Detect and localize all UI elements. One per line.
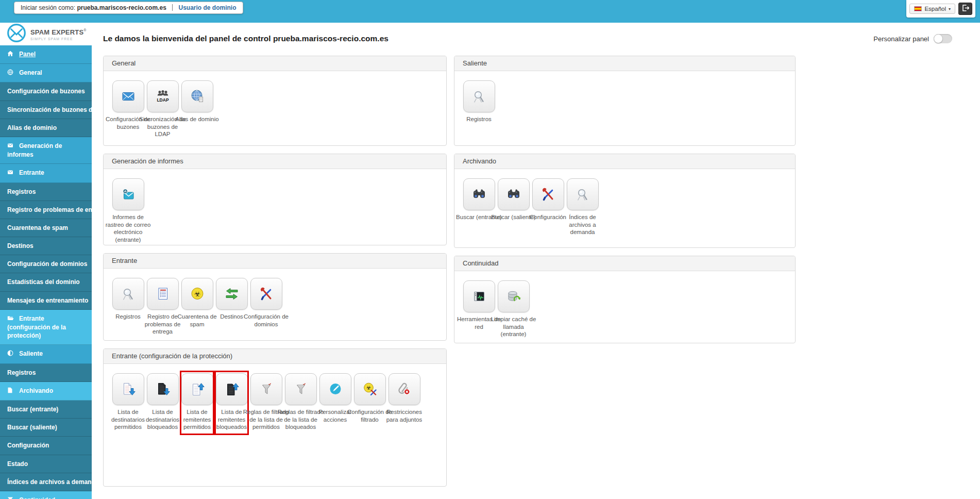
- tile-button[interactable]: ☣: [354, 373, 386, 405]
- sidebar-item-buscar-entrante[interactable]: Buscar (entrante): [0, 401, 92, 419]
- tile-sincronizacion-de-buzones-de-ldap[interactable]: LDAPSincronización de buzones de LDAP: [145, 79, 180, 141]
- tile-button[interactable]: [181, 373, 213, 405]
- sidebar-item-configuracion[interactable]: Configuración: [0, 437, 92, 455]
- panel-header: Entrante (configuración de la protección…: [104, 349, 446, 364]
- tile-reglas-de-filtrado-de-la-lista-de-bloqueados[interactable]: Reglas de filtrado de la lista de bloque…: [283, 372, 318, 434]
- tile-button[interactable]: LDAP: [147, 80, 179, 112]
- sidebar-item-continuidad[interactable]: Continuidad: [0, 491, 92, 499]
- tile-cuarentena-de-spam[interactable]: ☣Cuarentena de spam: [180, 277, 214, 331]
- sidebar-item-saliente[interactable]: Saliente: [0, 345, 92, 363]
- folder-open-icon: [7, 315, 14, 323]
- tile-label: Registros: [455, 115, 503, 123]
- sidebar-item-registro-de-problemas-de-entrega[interactable]: Registro de problemas de entrega: [0, 201, 92, 219]
- tile-label: Informes de rastreo de correo electrónic…: [105, 213, 152, 244]
- tile-button[interactable]: [388, 373, 420, 405]
- sidebar-item-general[interactable]: General: [0, 64, 92, 82]
- sidebar-item-registros[interactable]: Registros: [0, 183, 92, 201]
- customize-panel-toggle[interactable]: [934, 34, 952, 43]
- logo-tagline: SIMPLY SPAM FREE: [30, 37, 86, 41]
- sidebar-nav: PanelGeneralConfiguración de buzonesSinc…: [0, 45, 92, 499]
- panel-columns: GeneralConfiguración de buzonesLDAPSincr…: [103, 56, 952, 494]
- sidebar-item-cuarentena-de-spam[interactable]: Cuarentena de spam: [0, 219, 92, 237]
- tile-button[interactable]: [181, 80, 213, 112]
- tile-button[interactable]: [216, 373, 248, 405]
- login-as-box: Iniciar sesión como: prueba.mariscos-rec…: [14, 2, 243, 14]
- tile-button[interactable]: [147, 278, 179, 310]
- sidebar-item-sincronizacion-de-buzones-de-ldap[interactable]: Sincronización de buzones de LDAP: [0, 101, 92, 119]
- tile-button[interactable]: [567, 178, 599, 210]
- spamexperts-logo-icon: [6, 23, 27, 45]
- tile-registros[interactable]: Registros: [462, 79, 496, 126]
- tile-registro-de-problemas-de-entrega[interactable]: Registro de problemas de entrega: [145, 277, 180, 339]
- sidebar-item-label: Archivando: [19, 387, 53, 394]
- panel-header: Continuidad: [454, 256, 795, 271]
- sidebar-item-configuracion-de-buzones[interactable]: Configuración de buzones: [0, 82, 92, 101]
- doc-black-up-icon: [224, 381, 240, 397]
- tile-informes-de-rastreo-de-correo-electronico-entrante[interactable]: Informes de rastreo de correo electrónic…: [111, 177, 145, 245]
- sidebar-item-label: Continuidad: [19, 496, 55, 499]
- tile-button[interactable]: [112, 178, 144, 210]
- svg-text:☣: ☣: [194, 290, 200, 298]
- chevron-down-icon: ▾: [949, 7, 951, 11]
- sidebar-item-estado[interactable]: Estado: [0, 455, 92, 473]
- sidebar-item-buscar-saliente[interactable]: Buscar (saliente): [0, 419, 92, 437]
- network-icon: [471, 289, 487, 304]
- paperclip-x-icon: [397, 381, 412, 397]
- tile-button[interactable]: [112, 373, 144, 405]
- login-box-divider: [172, 4, 173, 11]
- tile-button[interactable]: [285, 373, 317, 405]
- magnifier-icon: [575, 187, 590, 202]
- logout-button[interactable]: [958, 3, 972, 15]
- tile-button[interactable]: [216, 278, 248, 310]
- tile-button[interactable]: [532, 178, 564, 210]
- sidebar-item-configuracion-de-dominios[interactable]: Configuración de dominios: [0, 255, 92, 273]
- domain-user-link[interactable]: Usuario de dominio: [179, 4, 236, 11]
- panel-body: Buscar (entrante)Buscar (saliente)Config…: [454, 169, 795, 244]
- sidebar-item-destinos[interactable]: Destinos: [0, 237, 92, 255]
- funnel-icon: [7, 496, 14, 499]
- biohazard-tools-icon: ☣: [362, 381, 378, 397]
- tile-button[interactable]: [250, 278, 282, 310]
- tile-button[interactable]: [463, 178, 495, 210]
- sidebar-item-label: Estadísticas del dominio: [7, 278, 80, 286]
- tile-button[interactable]: [147, 373, 179, 405]
- logo-reg: ®: [83, 28, 86, 32]
- sidebar-item-entrante-configuracion-de-la-proteccion[interactable]: Entrante (configuración de la protección…: [0, 310, 92, 345]
- magnifier-icon: [471, 89, 487, 104]
- panel-body: Configuración de buzonesLDAPSincronizaci…: [104, 71, 446, 146]
- tile-button[interactable]: ☣: [181, 278, 213, 310]
- tile-configuracion-de-dominios[interactable]: Configuración de dominios: [249, 277, 283, 331]
- envelope-icon: [7, 169, 14, 177]
- tile-button[interactable]: [498, 178, 530, 210]
- sidebar-item-registros[interactable]: Registros: [0, 364, 92, 382]
- edit-circle-icon: [328, 381, 343, 397]
- green-arrows-icon: [224, 286, 240, 302]
- tile-button[interactable]: [463, 280, 495, 312]
- sidebar-item-indices-de-archivos-a-demanda[interactable]: Índices de archivos a demanda: [0, 473, 92, 491]
- sidebar-item-estadisticas-del-dominio[interactable]: Estadísticas del dominio: [0, 273, 92, 291]
- sidebar-item-alias-de-dominio[interactable]: Alias de dominio: [0, 119, 92, 137]
- tile-alias-de-dominio[interactable]: Alias de dominio: [180, 79, 214, 126]
- panel-continuidad: ContinuidadHerramientas de redLimpiar ca…: [454, 256, 796, 343]
- tile-button[interactable]: [112, 80, 144, 112]
- tile-button[interactable]: [250, 373, 282, 405]
- column-left: GeneralConfiguración de buzonesLDAPSincr…: [103, 56, 447, 494]
- tile-button[interactable]: [319, 373, 351, 405]
- sidebar-item-mensajes-de-entrenamiento[interactable]: Mensajes de entrenamiento: [0, 292, 92, 310]
- tile-button[interactable]: [112, 278, 144, 310]
- sidebar-item-entrante[interactable]: Entrante: [0, 164, 92, 182]
- tools-icon: [259, 286, 274, 302]
- tile-indices-de-archivos-a-demanda[interactable]: Índices de archivos a demanda: [565, 177, 600, 239]
- tile-label: Limpiar caché de llamada (entrante): [490, 315, 537, 338]
- sidebar-item-generacion-de-informes[interactable]: Generación de informes: [0, 137, 92, 164]
- tile-limpiar-cache-de-llamada-entrante[interactable]: Limpiar caché de llamada (entrante): [496, 279, 531, 341]
- globe-doc-icon: [190, 89, 205, 104]
- sidebar-item-panel[interactable]: Panel: [0, 45, 92, 64]
- tile-button[interactable]: [463, 80, 495, 112]
- tile-button[interactable]: [498, 280, 530, 312]
- tile-restricciones-para-adjuntos[interactable]: Restricciones para adjuntos: [387, 372, 421, 426]
- toggle-knob: [934, 34, 943, 43]
- sidebar-item-archivando[interactable]: Archivando: [0, 382, 92, 401]
- svg-text:LDAP: LDAP: [157, 97, 168, 103]
- language-select-button[interactable]: Español ▾: [909, 4, 955, 14]
